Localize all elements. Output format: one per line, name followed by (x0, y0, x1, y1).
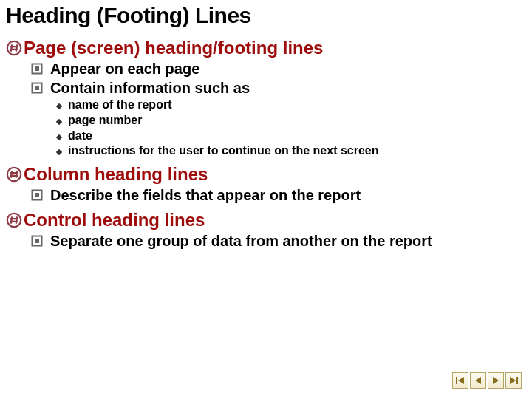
svg-line-21 (11, 217, 12, 224)
svg-point-0 (7, 41, 21, 55)
skip-last-icon (508, 375, 519, 386)
level2-group: Separate one group of data from another … (31, 231, 526, 250)
svg-rect-26 (35, 239, 39, 243)
svg-rect-8 (35, 86, 39, 90)
diamond-bullet-icon (55, 116, 64, 125)
svg-point-13 (7, 168, 21, 181)
bullet-level1-text: Column heading lines (24, 163, 208, 185)
bullet-level3: name of the report (55, 98, 526, 113)
svg-marker-30 (493, 377, 499, 384)
svg-rect-19 (35, 193, 39, 197)
square-bullet-icon (31, 82, 43, 94)
svg-rect-9 (56, 103, 62, 109)
bullet-level1: Column heading lines (6, 163, 526, 185)
svg-rect-32 (516, 377, 518, 384)
bullet-level2: Appear on each page (31, 59, 526, 78)
skip-first-icon (455, 375, 466, 386)
nav-first-button[interactable] (452, 372, 468, 389)
level2-group: Appear on each page Contain information … (31, 59, 526, 98)
square-bullet-icon (31, 189, 43, 201)
svg-line-14 (11, 171, 12, 178)
square-bullet-icon (31, 63, 43, 75)
bullet-level3-text: instructions for the user to continue on… (68, 143, 379, 159)
bullet-level3: page number (55, 113, 526, 129)
next-icon (491, 375, 501, 386)
bullet-level2: Describe the fields that appear on the r… (31, 185, 526, 205)
svg-line-2 (16, 44, 17, 51)
prev-icon (473, 375, 483, 386)
bullet-level3-text: page number (68, 113, 142, 129)
svg-rect-6 (35, 66, 39, 71)
bullet-level1: Control heading lines (6, 209, 526, 231)
diamond-bullet-icon (55, 146, 64, 155)
level3-group: name of the report page number date inst… (55, 98, 526, 159)
slide-title: Heading (Footing) Lines (6, 3, 526, 28)
bullet-level1: Page (screen) heading/footing lines (6, 37, 526, 59)
svg-point-20 (7, 214, 21, 227)
svg-line-22 (16, 217, 17, 224)
nav-controls (452, 372, 522, 389)
svg-rect-10 (56, 119, 62, 125)
nav-prev-button[interactable] (470, 372, 486, 389)
level2-group: Describe the fields that appear on the r… (31, 185, 526, 205)
bullet-level3: instructions for the user to continue on… (55, 143, 526, 159)
square-bullet-icon (31, 235, 43, 247)
diamond-bullet-icon (55, 100, 64, 109)
slide: Heading (Footing) Lines Page (screen) he… (0, 0, 532, 399)
svg-rect-11 (56, 134, 62, 140)
bullet-level2-text: Contain information such as (50, 78, 250, 98)
svg-marker-31 (510, 377, 516, 384)
bullet-level1-text: Page (screen) heading/footing lines (24, 37, 323, 59)
bullet-level2-text: Separate one group of data from another … (50, 231, 432, 250)
bullet-level2: Separate one group of data from another … (31, 231, 526, 250)
svg-marker-29 (475, 377, 481, 384)
svg-rect-12 (56, 149, 62, 155)
pound-bullet-icon (6, 40, 22, 56)
bullet-level3: date (55, 129, 526, 144)
nav-next-button[interactable] (488, 372, 504, 389)
bullet-level2-text: Appear on each page (50, 59, 200, 78)
pound-bullet-icon (6, 166, 22, 183)
svg-line-1 (11, 44, 12, 51)
diamond-bullet-icon (55, 132, 64, 140)
svg-line-15 (16, 171, 17, 178)
pound-bullet-icon (6, 212, 22, 228)
bullet-level1-text: Control heading lines (24, 209, 205, 231)
svg-marker-28 (458, 377, 464, 384)
bullet-level3-text: date (68, 129, 92, 144)
svg-rect-27 (456, 377, 457, 384)
nav-last-button[interactable] (505, 372, 522, 389)
bullet-level2: Contain information such as (31, 78, 526, 98)
bullet-level3-text: name of the report (68, 98, 171, 113)
bullet-level2-text: Describe the fields that appear on the r… (50, 185, 361, 205)
